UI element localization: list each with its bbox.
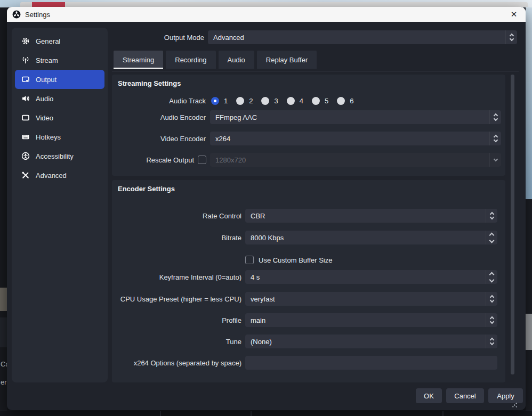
dropdown-spinner[interactable] [486,292,497,306]
sidebar-item-video[interactable]: Video [15,108,104,127]
tune-value: (None) [251,338,272,346]
obs-logo-icon [12,10,21,19]
background-right-edge [526,7,532,416]
sidebar-item-stream[interactable]: Stream [15,51,104,70]
output-mode-select[interactable]: Advanced [208,30,517,44]
accessibility-icon [21,152,30,160]
rescale-resolution-select[interactable]: 1280x720 [210,153,501,167]
profile-select[interactable]: main [245,313,497,327]
titlebar[interactable]: Settings ✕ [7,7,526,22]
tab-streaming[interactable]: Streaming [114,51,163,69]
video-encoder-label: Video Encoder [112,135,206,143]
output-mode-value: Advanced [213,34,244,42]
rescale-output-checkbox[interactable] [198,156,206,164]
profile-value: main [251,316,265,324]
radio-label: 1 [224,97,228,105]
rescale-output-label: Rescale Output [112,156,194,164]
use-custom-buffer-checkbox[interactable] [245,256,254,264]
gear-icon [21,37,30,45]
audio-track-4-radio[interactable] [287,97,295,105]
x264-options-input[interactable] [245,356,497,370]
resize-grip[interactable] [512,403,517,407]
speaker-icon [21,94,30,103]
keyboard-icon [21,133,30,141]
sidebar-item-label: Audio [36,95,53,103]
rate-control-select[interactable]: CBR [245,209,497,223]
audio-track-3-radio[interactable] [261,97,269,105]
section-title: Streaming Settings [118,79,181,87]
sidebar-item-label: Output [36,76,57,84]
sidebar-item-label: General [36,37,60,45]
sidebar-item-label: Hotkeys [36,133,61,141]
audio-track-5-radio[interactable] [312,97,320,105]
radio-label: 5 [325,97,328,105]
apply-button[interactable]: Apply [488,388,523,403]
dropdown-arrow[interactable] [489,153,501,167]
close-icon[interactable]: ✕ [507,9,520,20]
dropdown-spinner[interactable] [489,110,501,124]
tab-label: Streaming [123,56,154,64]
tools-icon [21,171,30,180]
cancel-button[interactable]: Cancel [446,388,484,403]
monitor-icon [21,113,30,122]
background-left-edge: Ca er [0,7,7,416]
background-text-fragment: er [1,378,7,386]
desktop-sky [0,0,532,7]
tune-label: Tune [112,338,241,346]
output-tabs: Streaming Recording Audio Replay Buffer [114,51,317,69]
cpu-usage-preset-value: veryfast [251,295,275,303]
keyframe-interval-spinbox[interactable]: 4 s [245,270,497,284]
audio-encoder-select[interactable]: FFmpeg AAC [210,110,501,124]
keyframe-interval-label: Keyframe Interval (0=auto) [112,273,241,281]
rescale-resolution-value: 1280x720 [215,156,246,164]
background-browser-red-bar [32,2,65,7]
dropdown-spinner[interactable] [489,132,501,145]
sidebar-item-audio[interactable]: Audio [15,89,104,108]
bitrate-label: Bitrate [112,234,241,242]
display-output-icon [21,75,30,84]
settings-sidebar: General Stream Output [12,28,108,382]
tab-label: Audio [228,56,245,64]
tabs-divider [112,71,519,71]
audio-track-6-radio[interactable] [337,97,345,105]
sidebar-item-output[interactable]: Output [15,70,104,89]
rate-control-value: CBR [251,212,265,220]
radio-label: 6 [350,97,353,105]
sidebar-item-hotkeys[interactable]: Hotkeys [15,127,104,146]
video-encoder-select[interactable]: x264 [210,132,501,145]
background-right-sky [526,7,532,199]
tab-replay-buffer[interactable]: Replay Buffer [257,51,317,69]
audio-track-2-radio[interactable] [236,97,244,105]
bitrate-value: 8000 Kbps [251,234,284,242]
dropdown-spinner[interactable] [486,209,497,223]
cpu-usage-preset-select[interactable]: veryfast [245,292,497,306]
dropdown-spinner[interactable] [505,30,517,44]
profile-label: Profile [112,316,241,324]
antenna-icon [21,56,30,64]
audio-encoder-label: Audio Encoder [112,113,206,121]
cpu-usage-preset-label: CPU Usage Preset (higher = less CPU) [112,295,241,303]
spinbox-arrows[interactable] [486,231,497,244]
audio-track-1-radio[interactable] [211,97,219,105]
tune-select[interactable]: (None) [245,335,497,348]
background-right-window-fragment [526,314,532,350]
sidebar-item-advanced[interactable]: Advanced [15,166,104,185]
background-left-panel-fragment [0,317,7,347]
vertical-scrollbar[interactable] [511,75,514,374]
radio-label: 2 [249,97,253,105]
tab-audio[interactable]: Audio [219,51,254,69]
use-custom-buffer-label: Use Custom Buffer Size [259,256,332,264]
screen: Ca er Settings ✕ [0,0,532,416]
background-browser-bar [20,2,528,7]
dropdown-spinner[interactable] [486,335,497,348]
sidebar-item-general[interactable]: General [15,31,104,51]
bitrate-spinbox[interactable]: 8000 Kbps [245,231,497,244]
background-bottom-edge [0,411,532,416]
spinbox-arrows[interactable] [486,270,497,284]
audio-encoder-value: FFmpeg AAC [215,113,257,121]
ok-button[interactable]: OK [416,388,442,403]
section-title: Encoder Settings [118,185,175,193]
sidebar-item-accessibility[interactable]: Accessibility [15,146,104,166]
dropdown-spinner[interactable] [486,313,497,327]
tab-recording[interactable]: Recording [166,51,215,69]
